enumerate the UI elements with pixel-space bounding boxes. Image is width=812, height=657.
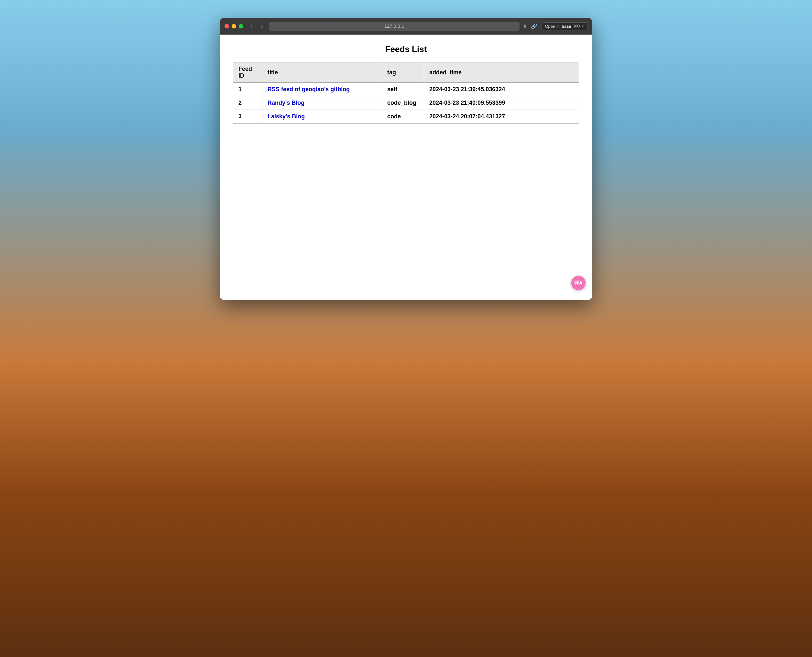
- feed-link[interactable]: Laisky's Blog: [267, 113, 305, 120]
- cell-added-time: 2024-03-23 21:39:45.036324: [424, 83, 579, 97]
- col-header-title: title: [262, 62, 382, 83]
- cell-title: Laisky's Blog: [262, 110, 382, 123]
- page-title: Feeds List: [233, 44, 579, 54]
- col-header-feed-id: Feed ID: [233, 62, 262, 83]
- browser-window: ‹ ⌕ 127.0.0.1 ⬆ 🔗 Open in base ⌘O ▾ Feed…: [220, 18, 592, 300]
- cell-tag: self: [382, 83, 424, 97]
- cell-title: RSS feed of geoqiao's gitblog: [262, 83, 382, 97]
- title-bar: ‹ ⌕ 127.0.0.1 ⬆ 🔗 Open in base ⌘O ▾: [220, 18, 592, 34]
- translate-badge[interactable]: 译A: [571, 276, 586, 290]
- traffic-lights: [225, 24, 243, 28]
- open-in-button[interactable]: Open in base ⌘O ▾: [541, 22, 587, 30]
- cell-added-time: 2024-03-24 20:07:04.431327: [424, 110, 579, 123]
- table-row: 1RSS feed of geoqiao's gitblogself2024-0…: [233, 83, 579, 97]
- cell-feed-id: 3: [233, 110, 262, 123]
- table-row: 3Laisky's Blogcode2024-03-24 20:07:04.43…: [233, 110, 579, 123]
- cell-title: Randy's Blog: [262, 97, 382, 110]
- cell-tag: code_blog: [382, 97, 424, 110]
- toolbar-actions: ⬆ 🔗 Open in base ⌘O ▾: [523, 22, 587, 30]
- page-content: Feeds List Feed ID title tag added_time …: [220, 34, 592, 300]
- back-button[interactable]: ‹: [248, 22, 254, 30]
- feeds-table: Feed ID title tag added_time 1RSS feed o…: [233, 62, 579, 123]
- table-header-row: Feed ID title tag added_time: [233, 62, 579, 83]
- chevron-down-icon: ▾: [582, 24, 584, 28]
- cell-added-time: 2024-03-23 21:40:09.553399: [424, 97, 579, 110]
- open-in-shortcut: ⌘O: [573, 24, 580, 28]
- close-button[interactable]: [225, 24, 229, 28]
- col-header-added-time: added_time: [424, 62, 579, 83]
- cell-feed-id: 2: [233, 97, 262, 110]
- address-bar[interactable]: 127.0.0.1: [269, 22, 520, 31]
- feed-link[interactable]: RSS feed of geoqiao's gitblog: [267, 86, 350, 92]
- cell-feed-id: 1: [233, 83, 262, 97]
- minimize-button[interactable]: [232, 24, 236, 28]
- feed-link[interactable]: Randy's Blog: [267, 100, 304, 106]
- cell-tag: code: [382, 110, 424, 123]
- open-in-label: Open in: [545, 24, 560, 29]
- open-in-app: base: [562, 24, 571, 29]
- col-header-tag: tag: [382, 62, 424, 83]
- search-button[interactable]: ⌕: [258, 22, 265, 30]
- table-row: 2Randy's Blogcode_blog2024-03-23 21:40:0…: [233, 97, 579, 110]
- maximize-button[interactable]: [239, 24, 243, 28]
- url-text: 127.0.0.1: [384, 23, 404, 29]
- share-icon[interactable]: ⬆: [523, 23, 527, 30]
- link-icon[interactable]: 🔗: [531, 23, 537, 30]
